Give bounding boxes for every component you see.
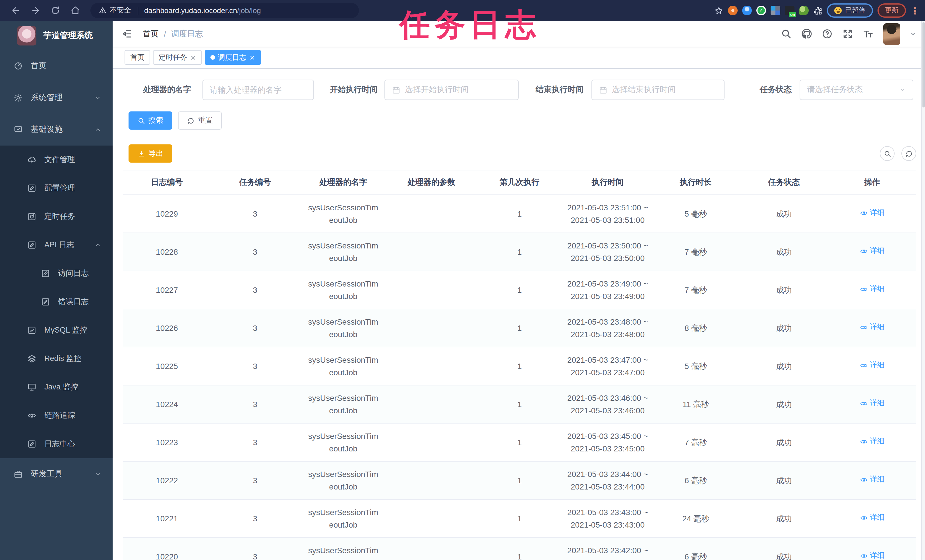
handler-name-input[interactable]	[202, 80, 314, 100]
sidebar-item-5[interactable]: 定时任务	[0, 202, 113, 231]
extension-on-icon[interactable]: on	[785, 6, 794, 15]
hamburger-icon[interactable]	[122, 29, 133, 39]
navbar-actions	[781, 23, 916, 45]
sidebar-item-3[interactable]: 文件管理	[0, 146, 113, 174]
extension-leaf-icon[interactable]	[799, 6, 809, 15]
tag-label: 首页	[130, 53, 145, 62]
tag-首页[interactable]: 首页	[125, 50, 150, 65]
breadcrumb-home[interactable]: 首页	[143, 29, 159, 39]
cloud-upload-icon	[27, 155, 36, 164]
detail-link[interactable]: 详细	[860, 359, 884, 371]
handler-line: sysUserSessionTim	[301, 468, 385, 480]
show-search-toggle-button[interactable]	[880, 146, 895, 161]
detail-link[interactable]: 详细	[860, 550, 884, 560]
browser-menu-icon[interactable]	[910, 6, 920, 15]
sidebar-item-4[interactable]: 配置管理	[0, 174, 113, 202]
extension-grid-icon[interactable]	[771, 6, 780, 15]
extensions-puzzle-icon[interactable]	[813, 6, 823, 15]
profile-paused-pill[interactable]: 已暂停	[827, 3, 873, 18]
extension-green-check-icon[interactable]	[756, 6, 766, 15]
back-icon[interactable]	[11, 6, 21, 15]
sidebar-item-7[interactable]: 访问日志	[0, 259, 113, 288]
security-status[interactable]: 不安全	[99, 6, 131, 15]
reset-button[interactable]: 重置	[178, 111, 222, 129]
refresh-table-button[interactable]	[901, 146, 916, 161]
tag-调度日志[interactable]: 调度日志	[205, 50, 261, 65]
forward-icon[interactable]	[31, 6, 41, 15]
cell-time: 2021-05-03 23:46:00 ~2021-05-03 23:46:00	[563, 385, 652, 423]
sidebar-item-14[interactable]: 研发工具	[0, 458, 113, 490]
time-line: 2021-05-03 23:43:00	[566, 518, 649, 531]
sidebar-item-2[interactable]: 基础设施	[0, 114, 113, 146]
cell-count: 1	[475, 195, 563, 233]
browser-update-pill[interactable]: 更新	[878, 3, 906, 18]
cell-duration: 8 毫秒	[652, 309, 740, 347]
date-input-2[interactable]: 选择结束执行时间	[592, 80, 725, 100]
cell-param	[387, 385, 475, 423]
handler-line: eoutJob	[301, 366, 385, 379]
font-size-icon[interactable]	[863, 29, 874, 39]
fullscreen-icon[interactable]	[842, 29, 853, 39]
time-line: 2021-05-03 23:51:00	[566, 214, 649, 227]
sidebar-item-0[interactable]: 首页	[0, 50, 113, 82]
handler-name: sysUserSessionTimeoutJob	[301, 506, 385, 531]
export-button[interactable]: 导出	[128, 145, 172, 163]
detail-link[interactable]: 详细	[860, 283, 884, 295]
sidebar-item-1[interactable]: 系统管理	[0, 82, 113, 114]
sidebar-item-6[interactable]: API 日志	[0, 231, 113, 259]
extension-blue-icon[interactable]	[742, 6, 752, 15]
extension-orange-icon[interactable]	[728, 6, 738, 15]
scrollbar[interactable]	[921, 21, 925, 560]
search-icon[interactable]	[781, 29, 792, 39]
sidebar-item-11[interactable]: Java 监控	[0, 373, 113, 401]
cell-handler: sysUserSessionTimeoutJob	[299, 423, 387, 461]
sidebar-item-10[interactable]: Redis 监控	[0, 345, 113, 373]
detail-link[interactable]: 详细	[860, 474, 884, 486]
cell-duration: 7 毫秒	[652, 423, 740, 461]
detail-link[interactable]: 详细	[860, 512, 884, 524]
detail-link-label: 详细	[870, 397, 884, 409]
status-select[interactable]: 请选择任务状态	[800, 80, 913, 100]
cell-actions: 详细	[828, 271, 916, 309]
annotation-overlay-text: 任务日志	[399, 5, 540, 46]
detail-link[interactable]: 详细	[860, 397, 884, 409]
sidebar-item-8[interactable]: 错误日志	[0, 288, 113, 316]
time-line: 2021-05-03 23:42:00	[566, 557, 649, 560]
detail-link[interactable]: 详细	[860, 435, 884, 447]
detail-link[interactable]: 详细	[860, 245, 884, 257]
reload-icon[interactable]	[51, 6, 60, 15]
home-icon[interactable]	[71, 6, 80, 15]
log-table-wrap: 日志编号任务编号处理器的名字处理器的参数第几次执行执行时间执行时长任务状态操作 …	[123, 170, 916, 560]
sidebar-item-9[interactable]: MySQL 监控	[0, 316, 113, 345]
detail-link[interactable]: 详细	[860, 207, 884, 219]
avatar[interactable]	[883, 23, 900, 45]
sidebar-item-label: 定时任务	[44, 211, 75, 222]
avatar-caret-down-icon[interactable]	[910, 31, 916, 37]
cell-log-id: 10227	[123, 271, 211, 309]
close-icon	[249, 54, 255, 60]
scrollbar-thumb[interactable]	[922, 22, 925, 107]
sidebar-item-13[interactable]: 日志中心	[0, 430, 113, 458]
cell-status: 成功	[740, 500, 828, 537]
date-input-1[interactable]: 选择开始执行时间	[384, 80, 519, 100]
address-bar[interactable]: 不安全 dashboard.yudao.iocoder.cn /job/log	[90, 3, 359, 18]
search-button[interactable]: 搜索	[128, 111, 172, 129]
github-icon[interactable]	[801, 29, 812, 39]
sidebar-logo-row[interactable]: 芋道管理系统	[0, 21, 113, 50]
tag-定时任务[interactable]: 定时任务	[153, 50, 202, 65]
sidebar-item-label: Redis 监控	[44, 354, 81, 364]
table-row: 102223sysUserSessionTimeoutJob12021-05-0…	[123, 461, 916, 500]
detail-link[interactable]: 详细	[860, 321, 884, 333]
cell-param	[387, 500, 475, 537]
chevron-down-icon	[94, 94, 101, 101]
eye-icon	[860, 514, 868, 522]
cell-count: 1	[475, 385, 563, 423]
cell-job-id: 3	[211, 537, 299, 560]
detail-link-label: 详细	[870, 283, 884, 295]
help-icon[interactable]	[822, 29, 833, 39]
sidebar-item-label: 链路追踪	[44, 411, 75, 421]
column-header: 执行时间	[563, 171, 652, 195]
cell-handler: sysUserSessionTimeoutJob	[299, 195, 387, 233]
sidebar-item-12[interactable]: 链路追踪	[0, 401, 113, 430]
bookmark-star-icon[interactable]	[714, 6, 723, 15]
